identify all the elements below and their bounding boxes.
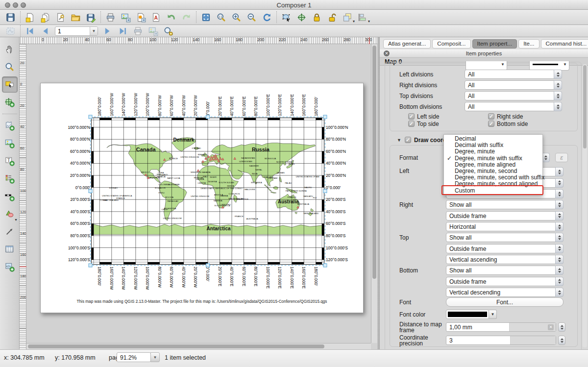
prev-feature-button[interactable]: [38, 24, 53, 38]
selection-handle[interactable]: [89, 264, 92, 267]
svg-text:FRANCE: FRANCE: [235, 215, 244, 218]
ruler-number: 0: [20, 82, 22, 86]
bottom-coord-combo-3[interactable]: Vertical descending: [446, 288, 564, 297]
canvas-vertical-scrollbar[interactable]: [371, 44, 377, 343]
zoom-out-button[interactable]: [244, 11, 259, 24]
open-button[interactable]: [68, 11, 83, 24]
map-item[interactable]: 100°0.000'N80°0.000'N60°0.000'N40°0.000'…: [41, 83, 364, 314]
zoom-in-button[interactable]: [229, 11, 244, 24]
last-feature-button[interactable]: [115, 24, 130, 38]
move-item-button[interactable]: [279, 11, 294, 24]
distance-field[interactable]: 1,00 mm ✕: [446, 322, 556, 332]
canvas-horizontal-scrollbar[interactable]: [26, 343, 371, 349]
left-side-checkbox[interactable]: ✓: [408, 113, 415, 120]
selection-handle[interactable]: [323, 115, 327, 119]
first-feature-button[interactable]: [23, 24, 38, 38]
add-arrow-button[interactable]: [2, 223, 18, 240]
svg-text:100°0.000'N: 100°0.000'N: [326, 125, 348, 130]
close-panel-icon[interactable]: ✕: [384, 50, 390, 56]
add-table-button[interactable]: [2, 241, 18, 257]
composition-canvas[interactable]: 100°0.000'N80°0.000'N60°0.000'N40°0.000'…: [26, 44, 377, 349]
collapse-arrow-icon[interactable]: ▼: [397, 138, 401, 143]
dock-tab-0[interactable]: Atlas generat...: [383, 39, 431, 49]
top-coord-combo-2[interactable]: Outside frame: [446, 244, 564, 253]
export-atlas-button[interactable]: [146, 24, 161, 38]
add-shape-button[interactable]: ▾: [2, 206, 18, 222]
zoom-full-button[interactable]: [198, 11, 214, 24]
refresh-button[interactable]: [259, 11, 274, 24]
top-coord-combo-3[interactable]: Vertical ascending: [446, 255, 564, 264]
bottom-divisions-combo[interactable]: All: [465, 102, 562, 111]
add-label-button[interactable]: T: [2, 153, 18, 169]
zoom-100-button[interactable]: 1:1: [214, 11, 229, 24]
atlas-page-combo[interactable]: 1▼: [55, 26, 98, 36]
selection-handle[interactable]: [323, 189, 327, 193]
selection-handle[interactable]: [206, 264, 210, 267]
unlock-button[interactable]: [324, 11, 340, 24]
select-move-item-button[interactable]: [2, 76, 18, 93]
new-composition-button[interactable]: [23, 11, 38, 24]
atlas-preview-button[interactable]: [3, 24, 18, 38]
svg-text:UZBEKISTAN: UZBEKISTAN: [239, 160, 252, 163]
selection-handle[interactable]: [89, 189, 92, 193]
precision-spinner[interactable]: [558, 336, 565, 345]
font-color-swatch[interactable]: [446, 310, 489, 319]
bottom-side-checkbox[interactable]: ✓: [488, 121, 494, 127]
font-color-dropdown[interactable]: ▼: [489, 310, 497, 319]
selection-handle[interactable]: [206, 115, 210, 119]
clear-icon[interactable]: ✕: [548, 324, 554, 330]
custom-option-highlight: [441, 185, 543, 195]
left-divisions-combo[interactable]: All: [465, 70, 562, 79]
redo-button[interactable]: [179, 11, 194, 24]
distance-spinner[interactable]: [558, 322, 565, 332]
lock-button[interactable]: [309, 11, 324, 24]
selection-handle[interactable]: [323, 264, 327, 267]
right-coord-combo-2[interactable]: Outside frame: [446, 211, 564, 220]
print-button[interactable]: [103, 11, 118, 24]
right-side-checkbox[interactable]: ✓: [488, 113, 494, 120]
bottom-coord-combo-1[interactable]: Show all: [446, 266, 564, 275]
export-image-button[interactable]: [118, 11, 133, 24]
raise-button[interactable]: ▾: [340, 11, 355, 24]
top-divisions-combo[interactable]: All: [465, 91, 562, 100]
move-item-content-button[interactable]: [2, 94, 18, 110]
duplicate-composition-button[interactable]: [38, 11, 53, 24]
next-feature-button[interactable]: [100, 24, 115, 38]
panel-scrollbar[interactable]: [583, 64, 587, 347]
composition-page[interactable]: 100°0.000'N80°0.000'N60°0.000'N40°0.000'…: [40, 83, 364, 313]
atlas-settings-button[interactable]: [161, 24, 176, 38]
top-coord-combo-1[interactable]: Show all: [446, 233, 564, 242]
right-coord-combo-1[interactable]: Show all: [446, 200, 564, 209]
zoom-tool-button[interactable]: [2, 59, 18, 75]
move-content-button[interactable]: [294, 11, 309, 24]
bottom-coord-combo-2[interactable]: Outside frame: [446, 277, 564, 286]
add-html-button[interactable]: </>: [2, 259, 18, 275]
add-image-button[interactable]: [2, 135, 18, 151]
add-legend-button[interactable]: [2, 171, 18, 187]
export-svg-button[interactable]: [133, 11, 148, 24]
align-button[interactable]: ▾: [355, 11, 370, 24]
save-button[interactable]: [3, 11, 18, 24]
font-button[interactable]: Font...: [446, 297, 564, 307]
dock-tab-3[interactable]: Ite...: [518, 39, 539, 49]
dock-tab-2[interactable]: Item propert...: [472, 39, 517, 49]
add-map-button[interactable]: [2, 118, 18, 134]
right-coord-combo-3[interactable]: Horizontal: [446, 222, 564, 231]
print-atlas-button[interactable]: [130, 24, 146, 38]
dock-tab-4[interactable]: Command hist...: [541, 39, 588, 49]
svg-text:40°0.000'S: 40°0.000'S: [326, 209, 346, 214]
dock-tab-1[interactable]: Composit...: [432, 39, 470, 49]
selection-handle[interactable]: [89, 115, 92, 119]
draw-coordinates-checkbox[interactable]: ✓: [405, 137, 411, 143]
top-side-checkbox[interactable]: ✓: [408, 121, 415, 127]
composition-manager-button[interactable]: [53, 11, 68, 24]
expression-button[interactable]: ε: [555, 153, 568, 162]
export-pdf-button[interactable]: A: [148, 11, 164, 24]
right-divisions-combo[interactable]: All: [465, 80, 562, 90]
undo-button[interactable]: [164, 11, 179, 24]
zoom-level-combo[interactable]: 91.2% ▼: [117, 352, 151, 362]
save-as-button[interactable]: [83, 11, 98, 24]
pan-button[interactable]: [2, 41, 18, 57]
add-scalebar-button[interactable]: [2, 188, 18, 204]
precision-field[interactable]: 3: [446, 336, 556, 345]
